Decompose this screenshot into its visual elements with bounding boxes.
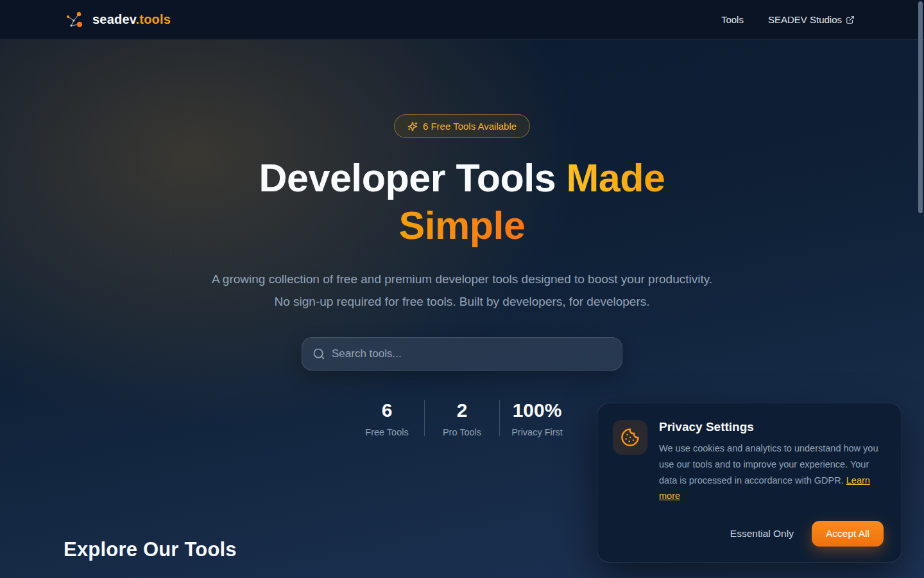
cookie-icon-container: [613, 420, 647, 455]
hero-title-white: Developer Tools: [259, 156, 556, 200]
top-navbar: seadev.tools Tools SEADEV Studios: [0, 0, 924, 40]
stat-value: 6: [350, 399, 424, 422]
accept-all-button[interactable]: Accept All: [812, 521, 884, 547]
hero-title: Developer Tools Made Simple: [237, 155, 687, 250]
tools-section-heading: Explore Our Tools: [64, 538, 237, 561]
search-icon: [312, 347, 325, 360]
privacy-dialog-actions: Essential Only Accept All: [613, 521, 884, 547]
privacy-body-text: We use cookies and analytics to understa…: [659, 443, 878, 485]
stat-value: 100%: [500, 399, 574, 422]
essential-only-button[interactable]: Essential Only: [726, 523, 798, 545]
stat-value: 2: [425, 399, 499, 422]
free-tools-badge: 6 Free Tools Available: [394, 114, 530, 138]
privacy-dialog-body: We use cookies and analytics to understa…: [659, 441, 884, 504]
stat-label: Pro Tools: [425, 427, 499, 437]
vertical-scrollbar-thumb[interactable]: [918, 1, 923, 213]
stat-privacy: 100% Privacy First: [500, 399, 574, 437]
search-bar: [302, 337, 622, 371]
privacy-settings-dialog: Privacy Settings We use cookies and anal…: [597, 403, 902, 563]
external-link-icon: [846, 15, 855, 24]
brand-logo-link[interactable]: seadev.tools: [64, 10, 171, 30]
tools-section: Explore Our Tools: [64, 538, 237, 561]
stat-label: Free Tools: [350, 427, 424, 437]
brand-name: seadev.tools: [92, 12, 171, 27]
network-logo-icon: [64, 10, 86, 30]
nav-links: Tools SEADEV Studios: [721, 14, 855, 25]
nav-tools-link[interactable]: Tools: [721, 14, 744, 25]
stat-free-tools: 6 Free Tools: [350, 399, 424, 437]
hero-section: 6 Free Tools Available Developer Tools M…: [0, 40, 924, 437]
badge-label: 6 Free Tools Available: [423, 121, 517, 132]
privacy-dialog-title: Privacy Settings: [659, 420, 884, 434]
nav-studios-link[interactable]: SEADEV Studios: [768, 14, 855, 25]
stat-pro-tools: 2 Pro Tools: [425, 399, 499, 437]
search-input[interactable]: [332, 347, 612, 360]
nav-studios-label: SEADEV Studios: [768, 14, 842, 25]
cookie-icon: [620, 428, 640, 447]
sparkles-icon: [407, 121, 418, 132]
stat-label: Privacy First: [500, 427, 574, 437]
hero-subtitle: A growing collection of free and premium…: [205, 268, 719, 313]
